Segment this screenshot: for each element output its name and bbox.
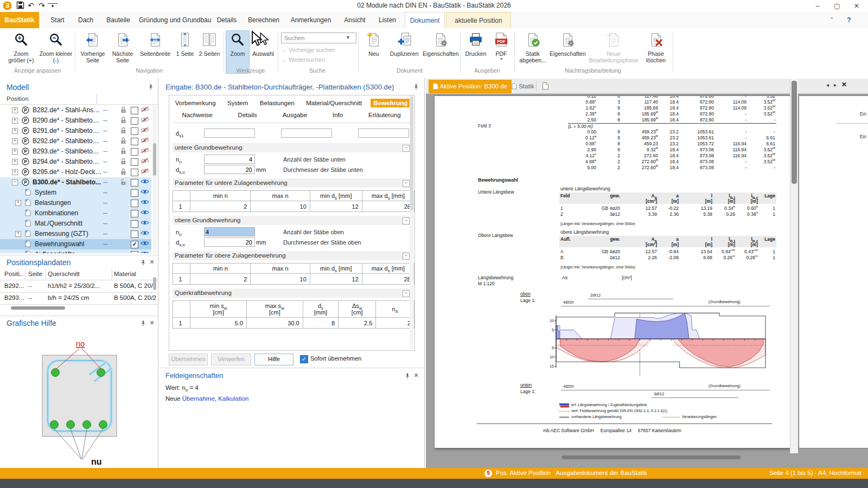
pin-icon[interactable] [404, 373, 411, 380]
tree-item-B292[interactable]: +PB292.de* - Stahlbeton-...-- [0, 136, 151, 146]
ds1-input-3[interactable] [358, 129, 409, 138]
cell[interactable]: 1 [173, 201, 190, 212]
eye-visible-icon[interactable] [141, 220, 149, 227]
expand-icon[interactable]: + [12, 169, 18, 175]
close-document-icon[interactable]: ✕ [841, 81, 847, 88]
eye-hidden-icon[interactable] [141, 158, 149, 165]
close-panel-icon[interactable]: ✕ [149, 319, 155, 326]
collapse-icon[interactable]: − [403, 217, 410, 224]
cell[interactable]: 2 [190, 201, 251, 212]
expand-icon[interactable]: + [12, 149, 18, 155]
column-header-2[interactable]: Querschnitt [48, 271, 80, 277]
cell[interactable]: 8 [303, 318, 338, 329]
checkbox[interactable] [131, 200, 138, 207]
eingabe-tab-erl-uterung[interactable]: Erläuterung [365, 111, 404, 119]
lock-closed-icon[interactable] [120, 106, 126, 115]
tab-listen[interactable]: Listen [374, 12, 400, 28]
collapse-icon[interactable]: − [12, 179, 18, 185]
tree-item-system[interactable]: System-- [0, 188, 151, 198]
tab-gruendung[interactable]: Gründung und Grundbau [139, 12, 208, 28]
tab-ansicht[interactable]: Ansicht [340, 12, 370, 28]
cell[interactable]: 2.5 [339, 318, 376, 329]
search-dropdown-icon[interactable]: ▼ [346, 35, 350, 40]
checkbox[interactable] [131, 158, 138, 166]
tree-item-B291[interactable]: +PB291.de* - Stahlbeton-...-- [0, 126, 151, 136]
dso-input[interactable] [204, 237, 255, 247]
eingabe-tab-nachweise[interactable]: Nachweise [178, 111, 215, 119]
tab-dach[interactable]: Dach [74, 12, 98, 28]
cell[interactable]: -- [28, 282, 46, 289]
cell[interactable]: b/h = 24/25 cm [48, 294, 112, 301]
tab-details[interactable]: Details [213, 12, 241, 28]
checkbox[interactable] [131, 251, 138, 253]
eingabe-tab-info[interactable]: Info [329, 111, 346, 119]
checkbox[interactable] [131, 127, 138, 135]
dsu-input[interactable] [204, 165, 255, 174]
tab-anmerkungen[interactable]: Anmerkungen [286, 12, 335, 28]
positionsplandaten-hscroll[interactable] [4, 306, 151, 311]
cell[interactable]: 30.0 [246, 318, 303, 329]
expand-icon[interactable]: + [12, 118, 18, 124]
eye-hidden-icon[interactable] [141, 137, 149, 145]
tree-item-B290[interactable]: +PB290.de* - Stahlbeton-...-- [0, 115, 151, 126]
expand-icon[interactable]: + [12, 128, 18, 134]
uebernehmen-button[interactable]: Übernehmen [169, 354, 208, 365]
eingabe-tab-material-querschnitt[interactable]: Material/Querschnitt [303, 99, 365, 107]
column-header-0[interactable]: Positi.. [4, 271, 23, 277]
eye-hidden-icon[interactable] [141, 168, 149, 176]
ds1-input-1[interactable] [204, 129, 255, 138]
cell[interactable]: B293... [4, 294, 26, 301]
eye-visible-icon[interactable] [141, 178, 149, 186]
eingabe-tab-ausgabe[interactable]: Ausgabe [279, 111, 310, 119]
checkbox[interactable] [131, 230, 138, 238]
collapse-icon[interactable]: − [403, 290, 410, 297]
eye-hidden-icon[interactable] [141, 117, 149, 124]
minimize-button[interactable]: – [808, 0, 827, 12]
help-icon[interactable]: ? [842, 12, 856, 28]
tree-item-B294[interactable]: +PB294.de* - Stahlbeton-...-- [0, 157, 151, 167]
lock-closed-icon[interactable] [120, 117, 126, 125]
tree-item-B282[interactable]: +PB282.de* - Stahl-Anschl...-- [0, 105, 151, 115]
tab-berechnen[interactable]: Berechnen [245, 12, 282, 28]
tab-scroll-left-icon[interactable]: ◂ [826, 82, 829, 88]
tab-dokument[interactable]: Dokument [405, 12, 445, 29]
ds1-input-2[interactable] [281, 129, 332, 138]
eye-visible-icon[interactable] [141, 240, 149, 248]
verwerfen-button[interactable]: Verwerfen [211, 354, 251, 365]
close-button[interactable]: ✕ [847, 0, 866, 12]
document-page[interactable]: 0.128117.4018.4872.80-3.520.88v3117.4018… [434, 95, 790, 448]
pin-icon[interactable] [140, 320, 146, 327]
lock-closed-icon[interactable] [120, 158, 126, 166]
eye-visible-icon[interactable] [141, 230, 149, 237]
pin-icon[interactable] [148, 84, 154, 91]
expand-icon[interactable]: + [12, 138, 18, 144]
close-panel-icon[interactable]: ✕ [413, 372, 419, 379]
eingabe-tab-vorbemerkung[interactable]: Vorbemerkung [172, 99, 219, 107]
checkbox[interactable] [131, 210, 138, 217]
tree-item-auflagerkr-fte[interactable]: Auflagerkräfte-- [0, 249, 151, 253]
cell[interactable]: 10 [251, 274, 310, 285]
nu-input[interactable] [204, 155, 255, 164]
collapse-icon[interactable]: − [403, 180, 410, 187]
checkbox[interactable] [131, 179, 138, 187]
pin-icon[interactable] [140, 259, 146, 266]
eye-hidden-icon[interactable] [141, 106, 149, 114]
cell[interactable]: 2 [376, 318, 414, 329]
tab-bauteile[interactable]: Bauteile [102, 12, 135, 28]
expand-icon[interactable]: + [12, 107, 18, 113]
cell[interactable]: 1 [173, 274, 190, 285]
eye-visible-icon[interactable] [141, 209, 149, 217]
cell[interactable]: 1 [173, 318, 190, 329]
eye-visible-icon[interactable] [141, 189, 149, 196]
vorherige-suchen-link[interactable]: ← Vorherige suchen [281, 47, 335, 53]
lock-closed-icon[interactable] [120, 127, 126, 136]
checkbox[interactable] [131, 189, 138, 197]
cell[interactable]: -- [28, 294, 46, 301]
collapse-ribbon-icon[interactable]: ⌃ [825, 12, 839, 28]
cell[interactable]: h1/t/h2 = 25/30/2... [48, 282, 112, 289]
close-panel-icon[interactable]: ✕ [149, 259, 155, 266]
tree-scrollbar[interactable] [152, 105, 157, 254]
positionsplandaten-vscroll[interactable] [153, 277, 156, 290]
column-header-3[interactable]: Material [114, 271, 136, 277]
cell[interactable]: 12 [310, 274, 362, 285]
